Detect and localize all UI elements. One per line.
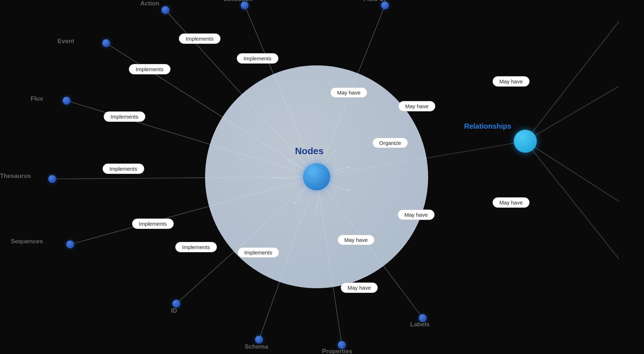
- label-labels: Labels: [410, 321, 430, 328]
- label-fieldui: Field UI: [363, 0, 385, 3]
- svg-line-14: [525, 141, 619, 201]
- label-schema: Schema: [245, 343, 268, 350]
- label-action: Action: [140, 0, 159, 7]
- edge-label-implements-1: Implements: [179, 33, 221, 44]
- edge-label-implements-6: Implements: [132, 219, 174, 229]
- graph-canvas: Nodes Relationships Action Collection Fi…: [0, 0, 644, 354]
- edge-label-mayhave-6: May have: [493, 76, 530, 87]
- svg-line-15: [525, 141, 619, 259]
- outer-node-flux[interactable]: [63, 97, 71, 105]
- outer-node-id[interactable]: [172, 300, 180, 308]
- label-flux: Flux: [31, 95, 43, 102]
- label-event: Event: [58, 38, 74, 45]
- edge-label-implements-3: Implements: [237, 53, 278, 64]
- label-id: ID: [171, 307, 177, 314]
- relationships-node[interactable]: [514, 130, 537, 153]
- outer-node-action[interactable]: [162, 6, 169, 14]
- outer-node-event[interactable]: [102, 39, 110, 47]
- edge-label-implements-4: Implements: [104, 111, 145, 122]
- svg-line-12: [525, 22, 619, 141]
- edge-label-implements-2: Implements: [129, 64, 171, 74]
- svg-line-13: [525, 86, 619, 141]
- label-properties: Properties: [322, 348, 352, 354]
- label-sequences: Sequences: [11, 238, 43, 245]
- outer-node-schema[interactable]: [255, 336, 263, 344]
- edge-label-implements-5: Implements: [103, 164, 144, 174]
- edge-label-implements-7: Implements: [175, 242, 217, 252]
- nodes-center[interactable]: [303, 163, 330, 190]
- relationships-label: Relationships: [464, 122, 511, 130]
- label-thesaurus: Thesaurus: [0, 173, 31, 180]
- edge-label-mayhave-7: May have: [493, 197, 530, 208]
- outer-node-sequences[interactable]: [66, 240, 74, 248]
- outer-node-thesaurus[interactable]: [48, 175, 56, 183]
- label-collection: Collection: [223, 0, 253, 3]
